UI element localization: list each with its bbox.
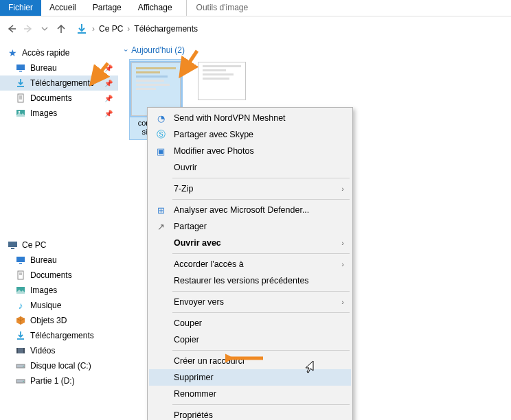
ribbon-tab-fichier[interactable]: Fichier xyxy=(0,0,41,16)
shield-icon: ⊞ xyxy=(155,205,167,215)
ctx-accorder-acces[interactable]: Accorder l'accès à › xyxy=(149,256,351,272)
ctx-partager[interactable]: ↗ Partager xyxy=(149,218,351,235)
tree-item-pc-drive-c[interactable]: Disque local (C:) xyxy=(0,358,118,373)
ribbon-tab-partage[interactable]: Partage xyxy=(84,0,130,16)
tree-label: Téléchargements xyxy=(30,78,94,88)
file-thumbnail xyxy=(198,62,246,100)
tree-item-pc-objets3d[interactable]: Objets 3D xyxy=(0,313,118,328)
pin-icon: 📌 xyxy=(104,95,113,102)
tree-item-documents[interactable]: Documents 📌 xyxy=(0,91,118,106)
nav-up-icon[interactable] xyxy=(55,23,67,35)
star-icon: ★ xyxy=(7,47,18,58)
breadcrumb-root[interactable]: Ce PC xyxy=(99,24,123,34)
ctx-send-meshnet[interactable]: ◔ Send with NordVPN Meshnet xyxy=(149,110,351,126)
tree-label: Ce PC xyxy=(22,240,46,250)
images-icon xyxy=(15,285,26,296)
ctx-couper[interactable]: Couper xyxy=(149,315,351,331)
group-label: Aujourd'hui (2) xyxy=(131,45,185,55)
tree-item-pc-drive-d[interactable]: Partie 1 (D:) xyxy=(0,373,118,388)
tree-item-images[interactable]: Images 📌 xyxy=(0,106,118,121)
tree-label: Objets 3D xyxy=(30,316,67,325)
svg-rect-24 xyxy=(23,348,25,353)
tree-label: Disque local (C:) xyxy=(30,361,91,371)
download-icon xyxy=(15,330,26,341)
document-icon xyxy=(15,270,26,281)
document-icon xyxy=(15,93,26,104)
separator xyxy=(172,199,350,200)
tree-item-telechargements[interactable]: Téléchargements 📌 xyxy=(0,75,118,91)
nav-tree: ★ Accès rapide Bureau 📌 Téléchargements … xyxy=(0,41,118,420)
tree-label: Bureau xyxy=(30,63,57,73)
tree-label: Images xyxy=(30,285,57,295)
group-header[interactable]: › Aujourd'hui (2) xyxy=(124,44,506,59)
svg-rect-4 xyxy=(16,65,25,70)
ribbon-tab-affichage[interactable]: Affichage xyxy=(130,0,181,16)
tree-this-pc[interactable]: Ce PC xyxy=(0,237,118,253)
tree-label: Partie 1 (D:) xyxy=(30,376,75,386)
tree-item-pc-images[interactable]: Images xyxy=(0,283,118,298)
ctx-envoyer-vers[interactable]: Envoyer vers › xyxy=(149,294,351,310)
svg-rect-5 xyxy=(19,71,22,72)
separator xyxy=(172,291,350,292)
ctx-defender[interactable]: ⊞ Analyser avec Microsoft Defender... xyxy=(149,202,351,218)
navbar: › Ce PC › Téléchargements xyxy=(0,16,511,41)
ctx-restaurer-versions[interactable]: Restaurer les versions précédentes xyxy=(149,272,351,289)
ctx-supprimer[interactable]: Supprimer xyxy=(149,369,351,386)
tree-label: Vidéos xyxy=(30,346,55,355)
tree-label: Documents xyxy=(30,93,72,103)
svg-rect-14 xyxy=(11,248,14,249)
tree-item-pc-musique[interactable]: ♪ Musique xyxy=(0,298,118,313)
ribbon-tabs: Fichier Accueil Partage Affichage Outils… xyxy=(0,0,511,16)
chevron-right-icon[interactable]: › xyxy=(126,24,131,34)
ctx-ouvrir-avec[interactable]: Ouvrir avec › xyxy=(149,235,351,251)
desktop-icon xyxy=(15,62,26,73)
tree-label: Musique xyxy=(30,301,61,310)
tree-item-pc-videos[interactable]: Vidéos xyxy=(0,343,118,358)
ctx-modifier-photos[interactable]: ▣ Modifier avec Photos xyxy=(149,143,351,159)
tree-item-bureau[interactable]: Bureau 📌 xyxy=(0,60,118,75)
tree-item-pc-telechargements[interactable]: Téléchargements xyxy=(0,328,118,343)
separator xyxy=(172,253,350,254)
breadcrumb[interactable]: › Ce PC › Téléchargements xyxy=(76,23,198,35)
chevron-down-icon: › xyxy=(122,49,130,51)
ctx-partager-skype[interactable]: Ⓢ Partager avec Skype xyxy=(149,126,351,143)
pin-icon: 📌 xyxy=(104,110,113,117)
context-menu: ◔ Send with NordVPN Meshnet Ⓢ Partager a… xyxy=(147,107,353,420)
svg-rect-7 xyxy=(18,94,23,102)
meshnet-icon: ◔ xyxy=(155,113,167,124)
chevron-right-icon: › xyxy=(341,298,344,306)
chevron-right-icon[interactable]: › xyxy=(91,24,96,34)
tree-item-pc-bureau[interactable]: Bureau xyxy=(0,253,118,268)
drive-icon xyxy=(15,360,26,371)
breadcrumb-folder[interactable]: Téléchargements xyxy=(134,24,198,34)
ctx-creer-raccourci[interactable]: Créer un raccourci xyxy=(149,353,351,369)
tree-label: Téléchargements xyxy=(30,331,94,340)
images-icon xyxy=(15,108,26,119)
svg-rect-17 xyxy=(18,271,23,279)
share-icon: ↗ xyxy=(155,222,167,232)
ctx-renommer[interactable]: Renommer xyxy=(149,386,351,402)
separator xyxy=(172,404,350,405)
tree-label: Accès rapide xyxy=(22,48,69,58)
svg-rect-16 xyxy=(19,263,22,264)
ctx-ouvrir[interactable]: Ouvrir xyxy=(149,159,351,176)
nav-recent-dropdown-icon[interactable] xyxy=(38,23,51,35)
pc-icon xyxy=(7,240,18,250)
svg-point-12 xyxy=(19,111,21,113)
photos-icon: ▣ xyxy=(155,146,167,156)
tree-quick-access[interactable]: ★ Accès rapide xyxy=(0,45,118,60)
chevron-right-icon: › xyxy=(341,239,344,247)
ctx-proprietes[interactable]: Propriétés xyxy=(149,407,351,420)
ribbon-tab-outils-image[interactable]: Outils d'image xyxy=(186,0,257,16)
ctx-copier[interactable]: Copier xyxy=(149,331,351,348)
svg-point-28 xyxy=(23,381,24,382)
ribbon-tab-accueil[interactable]: Accueil xyxy=(41,0,84,16)
chevron-right-icon: › xyxy=(341,185,344,193)
ctx-7zip[interactable]: 7-Zip › xyxy=(149,180,351,197)
tree-item-pc-documents[interactable]: Documents xyxy=(0,268,118,283)
svg-point-26 xyxy=(23,366,24,367)
tree-label: Documents xyxy=(30,270,72,280)
download-icon xyxy=(15,78,26,89)
nav-back-icon[interactable] xyxy=(5,23,18,35)
pin-icon: 📌 xyxy=(104,80,113,87)
